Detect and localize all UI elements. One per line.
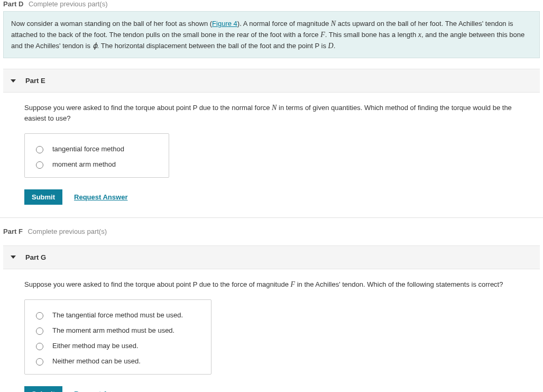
chevron-down-icon: [11, 256, 16, 259]
radio-input[interactable]: [36, 358, 43, 366]
part-g-body: Suppose you were asked to find the torqu…: [0, 269, 543, 393]
option-row[interactable]: Neither method can be used.: [33, 353, 203, 369]
part-f-locked: Part F Complete previous part(s): [0, 218, 543, 245]
request-answer-link[interactable]: Request Answer: [74, 193, 127, 201]
radio-input[interactable]: [36, 161, 43, 169]
option-label: Either method may be used.: [52, 342, 139, 350]
radio-input[interactable]: [36, 327, 43, 335]
part-f-status: Complete previous part(s): [27, 227, 107, 235]
option-row[interactable]: Either method may be used.: [33, 338, 203, 353]
option-label: moment arm method: [52, 160, 116, 168]
part-e-label: Part E: [25, 77, 45, 85]
radio-input[interactable]: [36, 343, 43, 350]
part-g-header[interactable]: Part G: [3, 245, 540, 269]
question-text: in the Achilles' tendon. Which of the fo…: [295, 280, 503, 288]
option-row[interactable]: moment arm method: [33, 157, 160, 172]
part-e-options: tangential force method moment arm metho…: [24, 133, 169, 178]
radio-input[interactable]: [36, 146, 43, 153]
option-row[interactable]: tangential force method: [33, 141, 160, 157]
submit-button[interactable]: Submit: [24, 386, 62, 393]
part-d-status: Complete previous part(s): [29, 0, 108, 8]
info-text: . This small bone has a length: [325, 31, 418, 39]
request-answer-link[interactable]: Request Answer: [74, 390, 127, 393]
var-phi: ϕ: [93, 42, 97, 50]
var-d: D: [328, 42, 334, 50]
option-label: The moment arm method must be used.: [52, 326, 174, 334]
info-text: Now consider a woman standing on the bal…: [11, 20, 212, 28]
submit-button[interactable]: Submit: [24, 189, 62, 205]
part-g-actions: Submit Request Answer: [24, 386, 519, 393]
var-f: F: [291, 280, 296, 288]
part-f-label: Part F: [3, 227, 23, 235]
option-label: Neither method can be used.: [52, 357, 141, 365]
context-info-box: Now consider a woman standing on the bal…: [3, 11, 540, 58]
option-label: tangential force method: [52, 145, 124, 153]
var-n: N: [331, 20, 336, 28]
part-e-header[interactable]: Part E: [3, 69, 540, 93]
part-g-question: Suppose you were asked to find the torqu…: [24, 279, 519, 290]
chevron-down-icon: [11, 79, 16, 83]
part-e-actions: Submit Request Answer: [24, 189, 519, 205]
figure-link[interactable]: Figure 4: [212, 20, 237, 28]
option-row[interactable]: The moment arm method must be used.: [33, 323, 203, 338]
part-g-options: The tangential force method must be used…: [24, 299, 211, 375]
question-text: Suppose you were asked to find the torqu…: [24, 104, 272, 112]
option-row[interactable]: The tangential force method must be used…: [33, 307, 203, 323]
part-e-question: Suppose you were asked to find the torqu…: [24, 102, 519, 124]
option-label: The tangential force method must be used…: [52, 311, 183, 319]
part-d-label: Part D: [3, 0, 23, 8]
info-text: . The horizontal displacement between th…: [97, 42, 328, 50]
radio-input[interactable]: [36, 312, 43, 320]
var-f: F: [320, 31, 325, 39]
info-text: ). A normal force of magnitude: [237, 20, 331, 28]
part-d-locked: Part D Complete previous part(s): [0, 0, 543, 11]
question-text: Suppose you were asked to find the torqu…: [24, 280, 291, 288]
info-text: .: [334, 42, 336, 50]
part-e-body: Suppose you were asked to find the torqu…: [0, 93, 543, 218]
part-g-label: Part G: [25, 253, 46, 261]
